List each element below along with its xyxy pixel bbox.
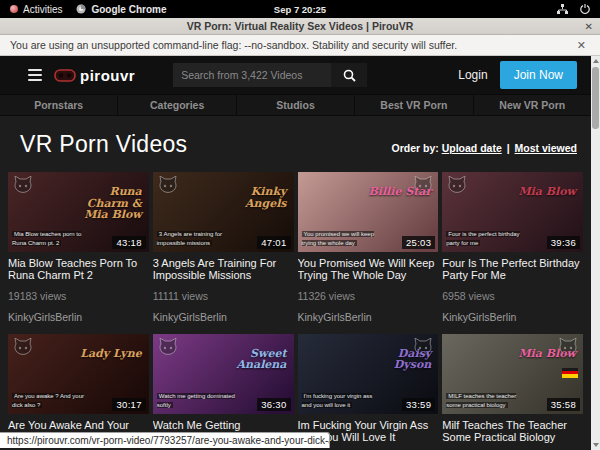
duration-badge: 47:01 [257, 236, 290, 249]
recording-dot-icon [10, 5, 18, 13]
video-views: 11111 views [153, 290, 294, 302]
video-thumbnail[interactable]: Lady Lyne Are you awake ? And your dick … [8, 334, 149, 414]
studio-watermark-cat-icon [158, 338, 178, 356]
thumbnail-overlay-caption: I'm fucking your virgin ass and you will… [302, 392, 384, 410]
studio-watermark-cat-icon [13, 176, 33, 194]
activities-label: Activities [23, 4, 62, 15]
thumbnail-overlay-title: Mia Blow [518, 186, 576, 198]
duration-badge: 36:30 [257, 398, 290, 411]
video-title[interactable]: Mia Blow Teaches Porn To Runa Charm Pt 2 [8, 257, 149, 282]
window-close-icon[interactable]: ✕ [585, 21, 593, 32]
video-thumbnail[interactable]: Daisy Dyson I'm fucking your virgin ass … [298, 334, 439, 414]
vr-goggles-icon [54, 69, 76, 82]
thumbnail-overlay-caption: Mia Blow teaches porn to Runa Charm pt. … [12, 230, 94, 248]
login-button[interactable]: Login [458, 68, 487, 82]
infobar-close-icon[interactable]: ✕ [577, 39, 590, 52]
video-title[interactable]: Milf Teaches The Teacher Some Practical … [442, 419, 583, 444]
video-card[interactable]: Runa Charm & Mia Blow Mia Blow teaches p… [8, 172, 149, 330]
video-studio-link[interactable]: KinkyGirlsBerlin [298, 311, 439, 330]
video-grid: Runa Charm & Mia Blow Mia Blow teaches p… [0, 172, 591, 450]
thumbnail-overlay-title: Daisy Dyson [359, 348, 431, 371]
page-title: VR Porn Videos [20, 131, 187, 158]
video-studio-link[interactable]: KinkyGirlsBerlin [8, 311, 149, 330]
nav-item-studios[interactable]: Studios [236, 95, 354, 115]
scrollbar-thumb[interactable] [592, 67, 599, 129]
search-input[interactable] [173, 63, 331, 87]
desktop-top-bar: Activities Google Chrome Sep 7 20:25 [0, 0, 600, 18]
thumbnail-overlay-title: Sweet Analena [215, 348, 287, 371]
nav-item-pornstars[interactable]: Pornstars [0, 95, 117, 115]
duration-badge: 33:59 [402, 398, 435, 411]
video-thumbnail[interactable]: Billie Star You promised we will keep tr… [298, 172, 439, 252]
video-thumbnail[interactable]: Sweet Analena Watch me getting dominated… [153, 334, 294, 414]
main-nav: Pornstars Categories Studios Best VR Por… [0, 94, 591, 116]
duration-badge: 25:03 [402, 236, 435, 249]
infobar-message: You are using an unsupported command-lin… [10, 39, 457, 51]
video-title[interactable]: 3 Angels Are Training For Impossible Mis… [153, 257, 294, 282]
video-thumbnail[interactable]: Kinky Angels 3 Angels are training for i… [153, 172, 294, 252]
thumbnail-overlay-title: Runa Charm & Mia Blow [70, 186, 142, 221]
video-title[interactable]: Four Is The Perfect Birthday Party For M… [442, 257, 583, 282]
video-studio-link[interactable]: KinkyGirlsBerlin [442, 311, 583, 330]
video-title[interactable]: You Promised We Will Keep Trying The Who… [298, 257, 439, 282]
german-flag-icon [562, 368, 578, 378]
video-card[interactable]: Mia Blow Four is the perfect birthday pa… [442, 172, 583, 330]
order-by-label: Order by: [391, 142, 438, 154]
studio-watermark-cat-icon [13, 338, 33, 356]
video-thumbnail[interactable]: Runa Charm & Mia Blow Mia Blow teaches p… [8, 172, 149, 252]
power-icon[interactable] [580, 4, 590, 14]
thumbnail-overlay-caption: You promised we will keep trying the who… [302, 230, 384, 248]
nav-item-best[interactable]: Best VR Porn [354, 95, 472, 115]
video-thumbnail[interactable]: Mia Blow MILF teaches the teacher some p… [442, 334, 583, 414]
nav-item-new[interactable]: New VR Porn [473, 95, 591, 115]
video-thumbnail[interactable]: Mia Blow Four is the perfect birthday pa… [442, 172, 583, 252]
network-icon[interactable] [557, 4, 568, 14]
video-views: 19183 views [8, 290, 149, 302]
search-icon [343, 69, 356, 82]
video-card[interactable]: Mia Blow MILF teaches the teacher some p… [442, 334, 583, 450]
thumbnail-overlay-title: Billie Star [368, 186, 431, 198]
video-views: 11326 views [298, 290, 439, 302]
search-bar [173, 63, 367, 87]
video-views: 6958 views [442, 290, 583, 302]
video-card[interactable]: Kinky Angels 3 Angels are training for i… [153, 172, 294, 330]
page-viewport: pirouvr Login Join Now Pornstars Categor… [0, 56, 591, 450]
window-title-bar: VR Porn: Virtual Reality Sex Videos | Pi… [0, 18, 600, 35]
duration-badge: 30:17 [112, 398, 145, 411]
scrollbar-up-arrow-icon[interactable] [591, 56, 600, 66]
thumbnail-overlay-title: Lady Lyne [80, 348, 142, 360]
thumbnail-overlay-caption: 3 Angels are training for impossible mis… [157, 230, 239, 248]
nav-item-categories[interactable]: Categories [117, 95, 235, 115]
thumbnail-overlay-title: Mia Blow [518, 348, 576, 360]
site-header: pirouvr Login Join Now [0, 56, 591, 94]
menu-hamburger-icon[interactable] [28, 69, 42, 81]
search-button[interactable] [331, 63, 367, 87]
browser-scrollbar[interactable] [591, 56, 600, 450]
order-by-upload-date-link[interactable]: Upload date [442, 142, 502, 154]
chrome-infobar: You are using an unsupported command-lin… [0, 35, 600, 56]
activities-button[interactable]: Activities [10, 4, 62, 15]
heading-row: VR Porn Videos Order by: Upload date | M… [0, 116, 591, 172]
chrome-icon [76, 4, 86, 14]
duration-badge: 35:58 [547, 398, 580, 411]
studio-watermark-cat-icon [158, 176, 178, 194]
thumbnail-overlay-caption: Are you awake ? And your dick also ? [12, 392, 94, 410]
order-by: Order by: Upload date | Most viewed [391, 142, 577, 158]
site-logo[interactable]: pirouvr [54, 67, 135, 84]
window-title: VR Porn: Virtual Reality Sex Videos | Pi… [187, 20, 414, 32]
video-card[interactable]: Billie Star You promised we will keep tr… [298, 172, 439, 330]
site-logo-text: pirouvr [80, 67, 135, 84]
duration-badge: 43:18 [112, 236, 145, 249]
join-now-button[interactable]: Join Now [500, 61, 577, 89]
order-by-most-viewed-link[interactable]: Most viewed [515, 142, 577, 154]
thumbnail-overlay-caption: Four is the perfect birthday party for m… [446, 230, 528, 248]
desktop-clock[interactable]: Sep 7 20:25 [274, 4, 326, 15]
status-url-bubble: https://pirouvr.com/vr-porn-video/779325… [0, 432, 330, 448]
order-by-separator: | [505, 142, 512, 154]
scrollbar-down-arrow-icon[interactable] [591, 440, 600, 450]
studio-watermark-cat-icon [447, 176, 467, 194]
thumbnail-overlay-title: Kinky Angels [215, 186, 287, 209]
video-studio-link[interactable]: KinkyGirlsBerlin [153, 311, 294, 330]
active-app-menu[interactable]: Google Chrome [76, 4, 166, 15]
active-app-label: Google Chrome [91, 4, 166, 15]
